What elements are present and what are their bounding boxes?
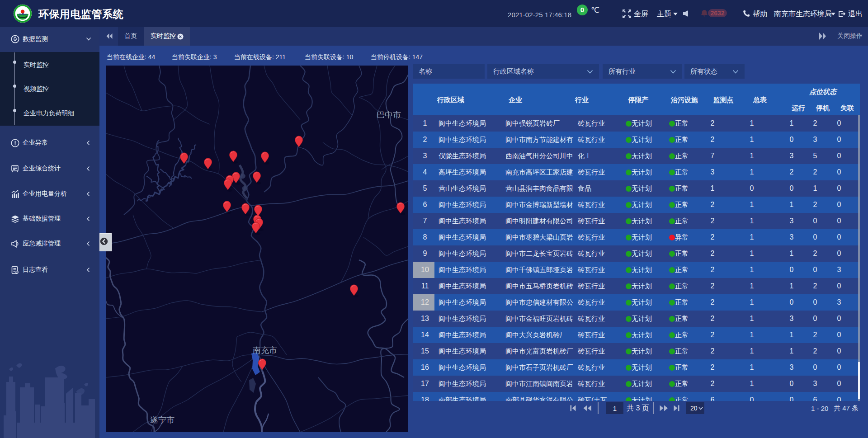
svg-text:南充市: 南充市	[253, 346, 277, 355]
svg-text:遂宁市: 遂宁市	[150, 415, 175, 424]
svg-text:巴中市: 巴中市	[377, 110, 401, 119]
